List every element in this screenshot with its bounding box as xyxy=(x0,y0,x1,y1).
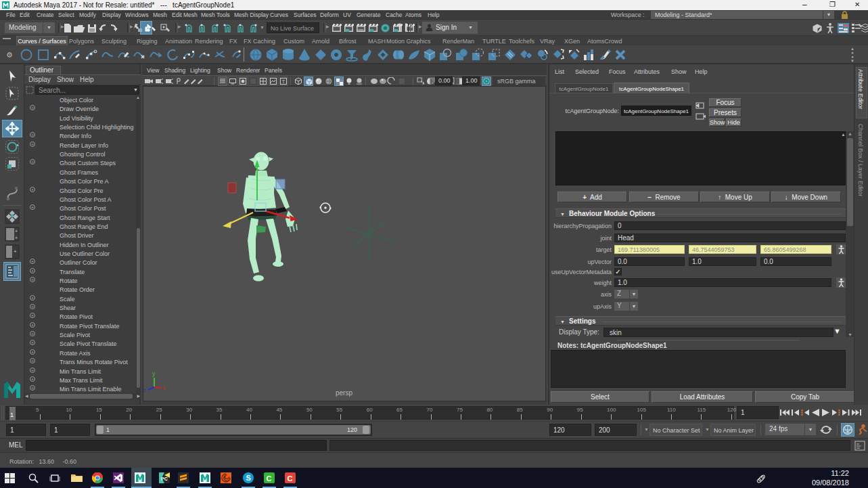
svg-text:z: z xyxy=(143,387,146,394)
svg-text:+: + xyxy=(15,236,18,240)
svg-text:+: + xyxy=(14,248,17,254)
svg-text:T: T xyxy=(282,79,285,85)
svg-text:C: C xyxy=(267,474,272,483)
svg-text:+: + xyxy=(15,229,18,234)
svg-text:IPR: IPR xyxy=(358,28,364,32)
svg-text:y: y xyxy=(152,370,156,377)
svg-text:S: S xyxy=(246,474,251,482)
svg-text::: : xyxy=(861,443,862,447)
svg-text:C: C xyxy=(288,474,293,483)
svg-text:x: x xyxy=(162,384,166,391)
svg-text:PC: PC xyxy=(161,476,168,481)
